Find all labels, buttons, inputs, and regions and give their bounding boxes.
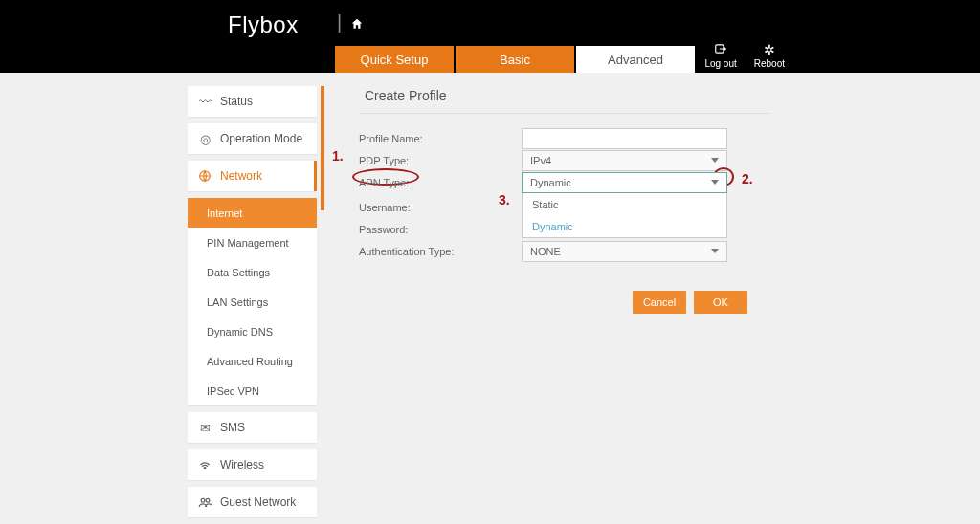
input-profile-name[interactable] (522, 128, 727, 149)
page-title: Create Profile (359, 86, 770, 114)
annotation-1: 1. (332, 148, 344, 164)
label-auth-type: Authentication Type: (359, 246, 522, 257)
sidebar-label: Wireless (220, 458, 264, 471)
select-auth-type-value: NONE (530, 246, 561, 257)
status-icon: 〰 (197, 94, 212, 109)
sidebar-item-guest-network[interactable]: Guest Network (188, 487, 317, 517)
profile-form: Profile Name: PDP Type: IPv4 APN Type: D… (359, 127, 790, 314)
chevron-down-icon (711, 180, 719, 185)
apn-option-dynamic[interactable]: Dynamic (523, 215, 726, 237)
select-apn-type-value: Dynamic (530, 177, 571, 188)
app-header: Flybox | Quick Setup Basic Advanced Log … (0, 0, 980, 73)
sidebar-label: Operation Mode (220, 132, 302, 145)
logout-button[interactable]: Log out (704, 43, 736, 69)
subnav-internet[interactable]: Internet (188, 198, 317, 228)
network-icon (197, 168, 212, 184)
sidebar-label: Status (220, 95, 253, 108)
brand-separator: | (337, 11, 342, 33)
form-buttons: Cancel OK (633, 291, 790, 314)
sidebar: 〰 Status ◎ Operation Mode Network Intern… (188, 86, 317, 517)
chevron-down-icon (711, 249, 719, 253)
tab-basic[interactable]: Basic (456, 46, 574, 73)
select-apn-type[interactable]: Dynamic (522, 172, 727, 193)
subnav-pin-management[interactable]: PIN Management (188, 228, 317, 257)
sidebar-item-operation-mode[interactable]: ◎ Operation Mode (188, 123, 317, 154)
reboot-label: Reboot (754, 58, 785, 69)
apn-type-dropdown: Static Dynamic (522, 193, 727, 238)
tab-quick-setup[interactable]: Quick Setup (335, 46, 454, 73)
ok-button[interactable]: OK (694, 291, 747, 314)
select-auth-type[interactable]: NONE (522, 241, 727, 262)
svg-point-4 (206, 498, 210, 502)
brand-logo: Flybox (228, 11, 299, 38)
home-icon[interactable] (350, 17, 364, 33)
chevron-down-icon (711, 158, 719, 163)
svg-point-3 (201, 498, 205, 502)
row-apn-type: APN Type: Dynamic Static Dynamic (359, 171, 790, 193)
sidebar-label: SMS (220, 421, 245, 434)
logout-icon (714, 43, 727, 56)
sidebar-item-wireless[interactable]: Wireless (188, 449, 317, 480)
wireless-icon (197, 457, 212, 472)
label-password: Password: (359, 224, 522, 235)
label-profile-name: Profile Name: (359, 133, 522, 144)
sms-icon: ✉ (197, 420, 212, 435)
subnav-data-settings[interactable]: Data Settings (188, 257, 317, 287)
row-pdp-type: PDP Type: IPv4 (359, 149, 790, 171)
sidebar-subnav-network: Internet PIN Management Data Settings LA… (188, 198, 317, 405)
label-username: Username: (359, 202, 522, 213)
row-auth-type: Authentication Type: NONE (359, 240, 790, 262)
subnav-advanced-routing[interactable]: Advanced Routing (188, 346, 317, 376)
top-tabs: Quick Setup Basic Advanced (335, 46, 695, 73)
sidebar-item-network[interactable]: Network (188, 161, 317, 191)
header-actions: Log out ✲ Reboot (704, 43, 785, 69)
select-pdp-type-value: IPv4 (530, 155, 551, 166)
cancel-button[interactable]: Cancel (633, 291, 686, 314)
svg-point-2 (204, 468, 206, 469)
apn-option-static[interactable]: Static (523, 193, 726, 215)
sidebar-item-status[interactable]: 〰 Status (188, 86, 317, 117)
sidebar-accent-stripe (321, 86, 324, 210)
sidebar-label: Network (220, 169, 262, 183)
reboot-button[interactable]: ✲ Reboot (754, 43, 785, 69)
label-pdp-type: PDP Type: (359, 155, 522, 166)
subnav-lan-settings[interactable]: LAN Settings (188, 287, 317, 317)
logout-label: Log out (704, 58, 736, 69)
reboot-icon: ✲ (764, 43, 775, 56)
sidebar-label: Guest Network (220, 495, 296, 509)
subnav-ipsec-vpn[interactable]: IPSec VPN (188, 376, 317, 405)
subnav-dynamic-dns[interactable]: Dynamic DNS (188, 317, 317, 346)
guest-network-icon (197, 494, 212, 510)
operation-mode-icon: ◎ (197, 131, 212, 146)
tab-advanced[interactable]: Advanced (576, 46, 695, 73)
row-profile-name: Profile Name: (359, 127, 790, 149)
main-content: Create Profile Profile Name: PDP Type: I… (359, 86, 790, 314)
page-body: 〰 Status ◎ Operation Mode Network Intern… (0, 73, 980, 524)
label-apn-type: APN Type: (359, 177, 522, 188)
select-pdp-type[interactable]: IPv4 (522, 150, 727, 171)
sidebar-item-sms[interactable]: ✉ SMS (188, 412, 317, 443)
